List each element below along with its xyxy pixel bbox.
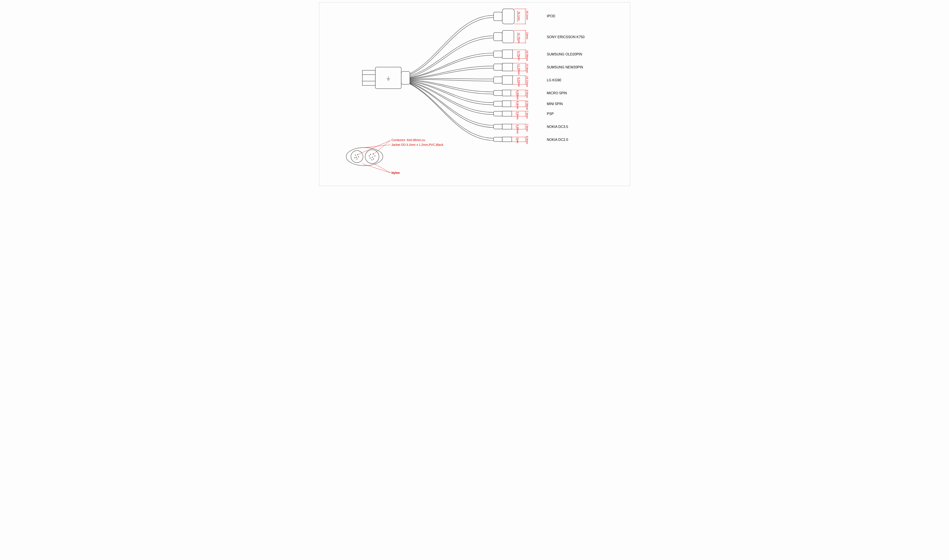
svg-point-80 bbox=[373, 158, 374, 159]
svg-rect-31 bbox=[502, 76, 513, 85]
svg-line-86 bbox=[362, 164, 390, 173]
svg-point-66 bbox=[346, 148, 383, 166]
svg-point-77 bbox=[374, 155, 375, 156]
svg-line-85 bbox=[365, 145, 390, 148]
label-micro5: MICRO 5PIN bbox=[547, 91, 567, 95]
connectors-group bbox=[494, 9, 527, 142]
svg-rect-36 bbox=[494, 91, 502, 95]
svg-rect-7 bbox=[502, 9, 514, 24]
svg-rect-12 bbox=[494, 32, 502, 41]
svg-rect-60 bbox=[494, 137, 502, 142]
svg-rect-25 bbox=[502, 63, 513, 71]
svg-rect-2 bbox=[401, 71, 410, 85]
svg-point-68 bbox=[365, 150, 379, 163]
svg-rect-37 bbox=[502, 90, 511, 96]
dim-micro-outer: 9.9mm bbox=[525, 90, 528, 98]
svg-rect-48 bbox=[494, 111, 502, 116]
dim-psp-outer: 7.6mm bbox=[525, 111, 528, 118]
label-se-k750: SONY ERICSSON K750 bbox=[547, 35, 585, 39]
svg-rect-54 bbox=[494, 124, 502, 129]
dim-nok35-outer: 7.6mm bbox=[525, 124, 528, 132]
svg-rect-49 bbox=[502, 111, 512, 116]
dim-ipod-inner: 26.1mm bbox=[517, 11, 520, 21]
svg-rect-55 bbox=[502, 124, 512, 129]
svg-line-84 bbox=[373, 140, 390, 155]
usb-a-plug: ⏚ bbox=[362, 67, 410, 89]
dim-mini-inner: 6.9mm bbox=[516, 101, 519, 109]
spec-nylon: Nylon bbox=[391, 171, 400, 174]
label-nok-dc20: NOKIA DC2.0 bbox=[547, 138, 568, 142]
diagram-canvas: .st{fill:none;stroke:#333;stroke-width:1… bbox=[319, 2, 630, 186]
dim-micro-inner: 6.85mm bbox=[516, 91, 519, 100]
svg-point-73 bbox=[357, 158, 357, 159]
svg-point-74 bbox=[354, 157, 355, 158]
svg-point-69 bbox=[355, 155, 356, 155]
label-ss-old20: SUMSUNG OLD20PIN bbox=[547, 52, 582, 56]
label-psp: PSP bbox=[547, 112, 554, 116]
dim-nok35-inner: 3.48mm bbox=[516, 125, 519, 134]
svg-rect-6 bbox=[494, 12, 502, 21]
svg-rect-61 bbox=[502, 137, 512, 142]
cable-cross-section bbox=[346, 140, 390, 173]
label-ipod: IPOD bbox=[547, 14, 555, 18]
svg-text:⏚: ⏚ bbox=[386, 75, 390, 82]
svg-rect-43 bbox=[502, 101, 511, 107]
svg-rect-13 bbox=[502, 31, 514, 43]
dim-ssold-inner: 9.75mm bbox=[517, 51, 520, 60]
spec-jacket: Jacket OD:3.2mm x 1.2mm,PVC,Black. bbox=[391, 143, 444, 146]
svg-point-79 bbox=[370, 158, 371, 158]
svg-rect-0 bbox=[362, 70, 375, 85]
svg-point-81 bbox=[371, 159, 372, 160]
svg-rect-24 bbox=[494, 64, 502, 70]
label-lg-kg90: LG KG90 bbox=[547, 78, 561, 82]
svg-point-78 bbox=[372, 157, 373, 158]
spec-conductor: Conductor :6x0.08mm,cu bbox=[391, 138, 425, 142]
dim-lg-outer: 16.12mm bbox=[525, 76, 528, 87]
svg-rect-42 bbox=[494, 101, 502, 106]
dim-sek750-outer: 23mm bbox=[525, 32, 528, 39]
label-mini5: MINI 5PIN bbox=[547, 102, 563, 106]
dim-ssold-outer: 16.09mm bbox=[525, 50, 528, 61]
cable-fanout bbox=[410, 15, 494, 140]
svg-point-67 bbox=[351, 151, 363, 163]
dim-nok20-inner: 2mm bbox=[516, 137, 519, 143]
svg-point-75 bbox=[370, 154, 371, 155]
svg-point-71 bbox=[356, 157, 357, 158]
dim-nok20-outer: 6.6mm bbox=[525, 136, 528, 144]
dim-sek750-inner: 15.75mm bbox=[517, 32, 520, 43]
dim-lg-inner: 9.23mm bbox=[517, 77, 520, 87]
dim-ipod-outer: 28.2mm bbox=[525, 11, 528, 20]
dim-ssnew-outer: 15.9mm bbox=[525, 64, 528, 73]
svg-point-82 bbox=[369, 155, 370, 156]
dim-psp-inner: 3.9mm bbox=[516, 112, 519, 120]
svg-point-72 bbox=[358, 156, 359, 157]
dim-ssnew-inner: 11.24mm bbox=[517, 64, 520, 75]
svg-rect-30 bbox=[494, 77, 502, 83]
svg-rect-18 bbox=[494, 51, 502, 57]
svg-rect-19 bbox=[502, 50, 513, 58]
label-nok-dc35: NOKIA DC3.5 bbox=[547, 125, 568, 129]
label-ss-new20: SUMSUNG NEW20PIN bbox=[547, 65, 583, 69]
lineart-svg: .st{fill:none;stroke:#333;stroke-width:1… bbox=[319, 2, 630, 186]
dim-mini-outer: 9.36mm bbox=[525, 101, 528, 110]
